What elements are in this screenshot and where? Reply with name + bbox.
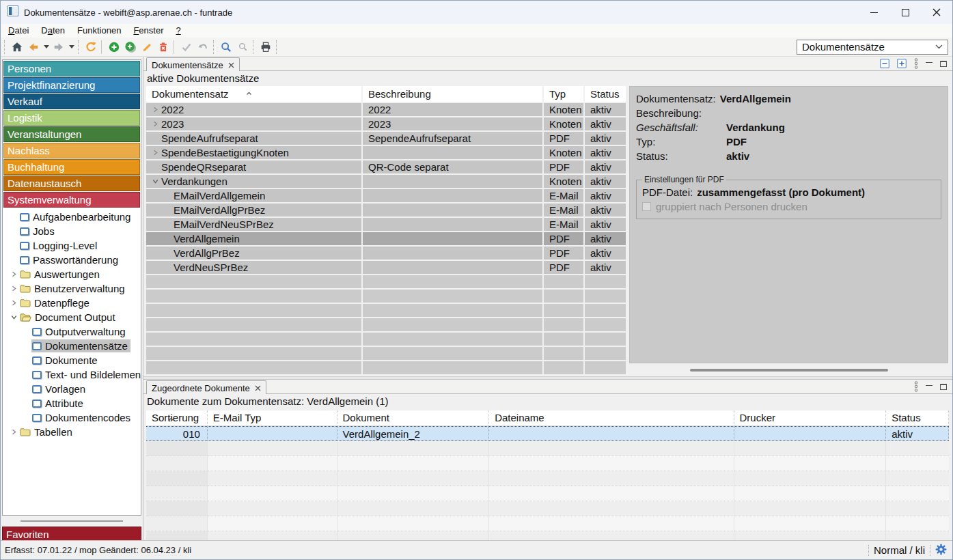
sidebar-item-jobs[interactable]: Jobs: [3, 224, 141, 238]
table-row[interactable]: VerdAllgemeinPDFaktiv: [146, 232, 626, 245]
table-row[interactable]: VerdNeuSPrBezPDFaktiv: [146, 261, 626, 274]
sidebar-item-auswertungen[interactable]: Auswertungen: [3, 267, 141, 281]
search-button[interactable]: [218, 40, 234, 55]
menu-item-datei[interactable]: Datei: [2, 24, 35, 38]
module-header-projektfinanzierung[interactable]: Projektfinanzierung: [3, 77, 140, 93]
duplicate-button[interactable]: [122, 40, 139, 55]
module-header-logistik[interactable]: Logistik: [3, 110, 140, 126]
search-secondary-button[interactable]: [234, 40, 251, 55]
table-row[interactable]: 010VerdAllgemein_2aktiv: [146, 426, 949, 441]
app-window: Dokumentensätze - webift@asp.arenae.ch -…: [0, 0, 953, 560]
back-menu-caret-icon[interactable]: [42, 40, 51, 55]
table-row[interactable]: 20232023Knotenaktiv: [146, 117, 626, 130]
form-icon: [20, 227, 29, 236]
sidebar-item-benutzerverwaltung[interactable]: Benutzerverwaltung: [3, 281, 141, 296]
column-header-dokumentensatz[interactable]: Dokumentensatz: [146, 86, 361, 102]
close-button[interactable]: [921, 1, 952, 24]
assigned-documents-table: SortierungE-Mail TypDokumentDateinameDru…: [146, 410, 949, 540]
table-row[interactable]: SpendeQRseparatQR-Code separatPDFaktiv: [146, 160, 626, 173]
table-row[interactable]: EMailVerdNeuSPrBezE-Mailaktiv: [146, 218, 626, 231]
sidebar-item-outputverwaltung[interactable]: Outputverwaltung: [3, 324, 141, 339]
sidebar-item-vorlagen[interactable]: Vorlagen: [3, 382, 141, 396]
sidebar-item-logging-level[interactable]: Logging-Level: [3, 238, 141, 253]
expand-all-button[interactable]: [897, 59, 907, 68]
forward-menu-caret-icon[interactable]: [67, 40, 76, 55]
panel-menu-icon[interactable]: [914, 381, 918, 392]
sidebar-item-passwortaenderung[interactable]: Passwortänderung: [3, 253, 141, 267]
refresh-button[interactable]: [83, 40, 99, 55]
menu-item-funktionen[interactable]: Funktionen: [71, 24, 127, 38]
add-button[interactable]: [106, 40, 122, 55]
menu-item-fenster[interactable]: Fenster: [127, 24, 169, 38]
module-header-datenaustausch[interactable]: Datenaustausch: [3, 176, 140, 191]
module-header-buchhaltung[interactable]: Buchhaltung: [3, 159, 140, 175]
sidebar-item-dokumente[interactable]: Dokumente: [3, 353, 141, 367]
navigation-panel: PersonenProjektfinanzierungVerkaufLogist…: [2, 59, 141, 516]
sidebar-item-document-output[interactable]: Document Output: [3, 310, 141, 324]
pdf-file-value: zusammengefasst (pro Dokument): [697, 186, 865, 198]
menu-item-daten[interactable]: Daten: [35, 24, 71, 38]
column-header-beschreibung[interactable]: Beschreibung: [363, 86, 542, 102]
navigation-tree: AufgabenbearbeitungJobsLogging-LevelPass…: [3, 210, 141, 439]
panel-maximize-button[interactable]: [940, 384, 947, 390]
column-header-typ[interactable]: Typ: [544, 86, 583, 102]
column-header-dokument[interactable]: Dokument: [337, 410, 490, 425]
edit-pencil-button[interactable]: [139, 40, 155, 55]
menu-bar: DateiDatenFunktionenFenster?: [1, 24, 952, 38]
panel-menu-icon[interactable]: [914, 58, 918, 69]
favorites-header[interactable]: Favoriten: [2, 527, 141, 542]
table-row[interactable]: EMailVerdAllgPrBezE-Mailaktiv: [146, 204, 626, 216]
table-row[interactable]: EMailVerdAllgemeinE-Mailaktiv: [146, 189, 626, 202]
back-button[interactable]: [25, 40, 42, 55]
tab-dokumentensaetze[interactable]: Dokumentensätze: [146, 57, 240, 72]
collapse-all-button[interactable]: [880, 59, 889, 68]
panel-title: aktive Dokumentensätze: [147, 72, 259, 84]
chevron-down-icon: [935, 44, 943, 49]
sidebar-item-datenpflege[interactable]: Datenpflege: [3, 296, 141, 310]
group-by-person-checkbox: [642, 202, 651, 211]
column-header-sortierung[interactable]: Sortierung: [146, 410, 208, 425]
print-button[interactable]: [258, 40, 274, 55]
module-header-personen[interactable]: Personen: [3, 61, 140, 76]
column-header-dateiname[interactable]: Dateiname: [489, 410, 734, 425]
sidebar-item-dokumentencodes[interactable]: Dokumentencodes: [3, 410, 141, 425]
chevron-right-icon: [8, 429, 19, 435]
module-header-nachlass[interactable]: Nachlass: [3, 143, 140, 158]
undo-button[interactable]: [195, 40, 211, 55]
minimize-button[interactable]: [858, 1, 889, 24]
module-header-verkauf[interactable]: Verkauf: [3, 94, 140, 109]
sidebar-item-text-und-bildelemente[interactable]: Text- und Bildelemente: [3, 367, 141, 382]
sidebar-item-aufgabenbearbeitung[interactable]: Aufgabenbearbeitung: [3, 210, 141, 224]
column-header-status[interactable]: Status: [585, 86, 626, 102]
table-row[interactable]: SpendeBestaetigungKnotenKnotenaktiv: [146, 146, 626, 159]
delete-button[interactable]: [155, 40, 171, 55]
sidebar-item-tabellen[interactable]: Tabellen: [3, 425, 141, 439]
sidebar-item-attribute[interactable]: Attribute: [3, 396, 141, 410]
tab-close-icon[interactable]: [228, 60, 234, 70]
tab-zugeordnete-dokumente[interactable]: Zugeordnete Dokumente: [146, 380, 266, 395]
maximize-button[interactable]: [889, 1, 921, 24]
table-row[interactable]: 20222022Knotenaktiv: [146, 103, 626, 116]
panel-maximize-button[interactable]: [940, 61, 947, 67]
form-icon: [32, 400, 42, 408]
home-button[interactable]: [9, 40, 25, 55]
column-header-e-mail-typ[interactable]: E-Mail Typ: [208, 410, 337, 425]
sidebar-item-dokumentensaetze[interactable]: Dokumentensätze: [3, 339, 141, 353]
forward-button[interactable]: [51, 40, 67, 55]
column-header-drucker[interactable]: Drucker: [734, 410, 887, 425]
menu-item-item[interactable]: ?: [169, 24, 187, 38]
table-row[interactable]: VerdankungenKnotenaktiv: [146, 175, 626, 188]
sidebar-splitter[interactable]: [2, 517, 141, 525]
table-row[interactable]: SpendeAufrufseparatSependeAufrufseparatP…: [146, 132, 626, 145]
context-select[interactable]: Dokumentensätze: [797, 40, 948, 55]
form-icon: [32, 385, 42, 393]
toolbar-grip[interactable]: [4, 40, 7, 54]
column-header-status[interactable]: Status: [886, 410, 949, 425]
confirm-check-button[interactable]: [178, 40, 195, 55]
table-row[interactable]: VerdAllgPrBezPDFaktiv: [146, 247, 626, 260]
details-hscrollbar[interactable]: [629, 367, 948, 373]
settings-gear-button[interactable]: [935, 544, 947, 557]
module-header-systemverwaltung[interactable]: Systemverwaltung: [3, 192, 140, 208]
tab-close-icon[interactable]: [255, 383, 261, 393]
module-header-veranstaltungen[interactable]: Veranstaltungen: [3, 126, 140, 142]
